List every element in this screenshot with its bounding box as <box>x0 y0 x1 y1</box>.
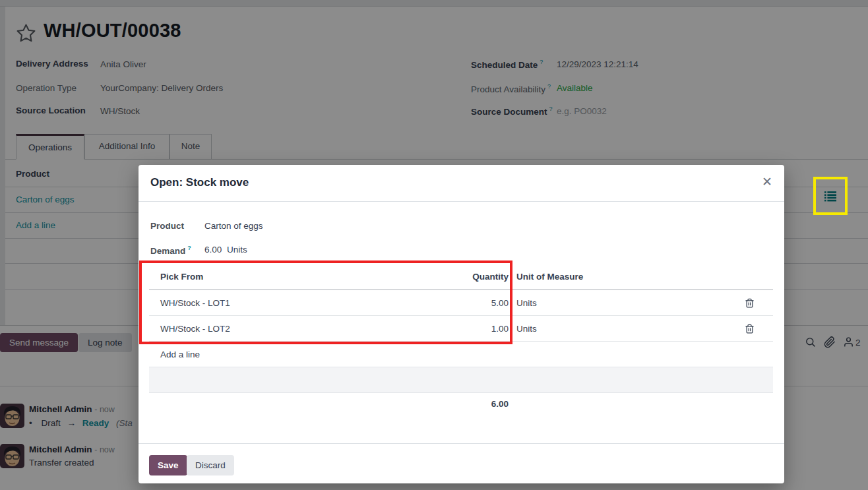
cell-uom[interactable]: Units <box>509 324 726 334</box>
dialog-header-border <box>139 201 784 202</box>
cell-uom[interactable]: Units <box>509 298 726 308</box>
dialog-footer-border <box>139 443 784 444</box>
col-header-uom[interactable]: Unit of Measure <box>509 272 726 282</box>
quantity-total-row: 6.00 <box>149 399 773 409</box>
save-button[interactable]: Save <box>149 455 187 475</box>
dialog-demand-value[interactable]: 6.00 Units <box>204 245 247 255</box>
close-icon[interactable]: ✕ <box>762 174 772 189</box>
dialog-add-a-line-link[interactable]: Add a line <box>149 350 419 359</box>
discard-button[interactable]: Discard <box>187 455 234 475</box>
quantity-total: 6.00 <box>419 399 509 409</box>
delete-row-trash-icon[interactable] <box>726 324 773 334</box>
help-icon: ? <box>187 245 191 251</box>
dialog-product-label: Product <box>150 221 203 231</box>
dialog-demand-label: Demand? <box>150 245 203 256</box>
yellow-highlight-box <box>813 177 848 215</box>
dialog-title: Open: Stock move <box>150 176 249 189</box>
dialog-product-link[interactable]: Carton of eggs <box>204 221 263 231</box>
red-highlight-box <box>139 260 512 344</box>
dialog-add-a-line-row: Add a line <box>149 342 773 367</box>
delete-row-trash-icon[interactable] <box>726 298 773 308</box>
empty-row <box>149 367 773 393</box>
dialog-demand-uom: Units <box>227 245 247 255</box>
